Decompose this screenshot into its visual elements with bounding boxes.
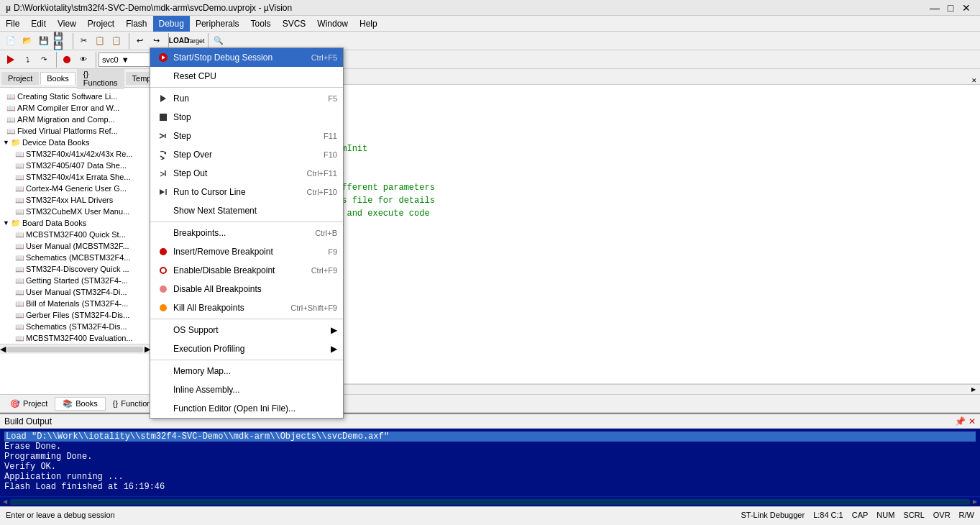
tree-group-board[interactable]: ▼ 📁 Board Data Books	[0, 217, 150, 229]
build-button[interactable]: LOAD	[171, 33, 187, 49]
redo-button[interactable]: ↪	[148, 33, 164, 49]
save-all-button[interactable]: 💾💾	[52, 33, 68, 49]
copy-button[interactable]: 📋	[92, 33, 108, 49]
scroll-left[interactable]: ◀	[0, 344, 6, 354]
menu-item-shortcut: Ctrl+Shift+F9	[290, 303, 337, 312]
list-item[interactable]: 📖 STM32F4xx HAL Drivers	[0, 194, 150, 206]
list-item[interactable]: 📖 Creating Static Software Li...	[0, 91, 150, 102]
list-item[interactable]: 📖 Getting Started (STM32F4-...	[0, 275, 150, 286]
maximize-button[interactable]: □	[943, 0, 958, 16]
book-icon: 📖	[14, 241, 24, 251]
titlebar: µ D:\Work\iotality\stm32f4-SVC-Demo\mdk-…	[0, 0, 980, 16]
menu-debug[interactable]: Debug	[153, 16, 190, 32]
tab-books[interactable]: Books	[40, 72, 75, 85]
menu-item-function-editor[interactable]: Function Editor (Open Ini File)...	[150, 399, 343, 418]
open-button[interactable]: 📂	[19, 33, 35, 49]
menu-item-disable-all-bp[interactable]: Disable All Breakpoints	[150, 280, 343, 298]
menu-item-os-support[interactable]: OS Support ▶	[150, 321, 343, 339]
list-item[interactable]: 📖 Schematics (MCBSTM32F4...	[0, 252, 150, 263]
list-item[interactable]: 📖 Schematics (STM32F4-Dis...	[0, 321, 150, 332]
menu-file[interactable]: File	[0, 16, 25, 32]
list-item[interactable]: 📖 Fixed Virtual Platforms Ref...	[0, 125, 150, 137]
editor-close-button[interactable]: ✕	[968, 77, 980, 84]
os-support-icon	[156, 323, 170, 337]
step-over-button[interactable]: ↷	[36, 52, 52, 68]
book-icon: 📖	[14, 287, 24, 297]
combo-dropdown-icon[interactable]: ▼	[122, 55, 129, 64]
menu-flash[interactable]: Flash	[120, 16, 152, 32]
pin-icon[interactable]: 📌	[955, 416, 966, 426]
tab-functions[interactable]: {} Functions	[77, 69, 124, 89]
list-item[interactable]: 📖 ARM Migration and Comp...	[0, 114, 150, 125]
output-hscroll-track[interactable]	[10, 499, 970, 505]
menu-item-start-stop-debug[interactable]: Start/Stop Debug Session Ctrl+F5	[150, 48, 343, 67]
menu-item-step-out[interactable]: Step Out Ctrl+F11	[150, 164, 343, 183]
menu-project[interactable]: Project	[82, 16, 120, 32]
menu-item-stop[interactable]: Stop	[150, 108, 343, 127]
debug-start-button[interactable]	[3, 52, 19, 68]
watch-button[interactable]: 👁	[75, 52, 91, 68]
close-button[interactable]: ✕	[958, 0, 974, 16]
menu-svcs[interactable]: SVCS	[277, 16, 312, 32]
tree-group-device-data[interactable]: ▼ 📁 Device Data Books	[0, 137, 150, 148]
list-item[interactable]: 📖 STM32CubeMX User Manu...	[0, 206, 150, 217]
menu-window[interactable]: Window	[311, 16, 354, 32]
new-file-button[interactable]: 📄	[3, 33, 19, 49]
menu-item-kill-all-bp[interactable]: Kill All Breakpoints Ctrl+Shift+F9	[150, 298, 343, 317]
build-output-close-icon[interactable]: ✕	[968, 416, 976, 426]
menu-item-step[interactable]: Step F11	[150, 127, 343, 145]
tab-project[interactable]: Project	[1, 72, 39, 85]
tab-templates[interactable]: Templates	[126, 72, 151, 85]
list-item[interactable]: 📖 MCBSTM32F400 Quick St...	[0, 229, 150, 240]
find-button[interactable]: 🔍	[211, 33, 226, 49]
save-button[interactable]: 💾	[36, 33, 52, 49]
list-item[interactable]: 📖 Gerber Files (STM32F4-Dis...	[0, 309, 150, 321]
breakpoint-button[interactable]	[59, 52, 75, 68]
bottom-tab-project[interactable]: 🎯 Project	[3, 398, 55, 410]
menu-tools[interactable]: Tools	[245, 16, 277, 32]
output-hscrollbar[interactable]: ◀ ▶	[0, 496, 980, 506]
paste-button[interactable]: 📋	[109, 33, 124, 49]
step-button[interactable]: ⤵	[19, 52, 35, 68]
menu-view[interactable]: View	[52, 16, 82, 32]
menu-edit[interactable]: Edit	[25, 16, 52, 32]
project-tab-icon: 🎯	[10, 399, 20, 408]
list-item[interactable]: 📖 User Manual (STM32F4-Di...	[0, 286, 150, 298]
menu-help[interactable]: Help	[354, 16, 383, 32]
menu-item-enable-disable-bp[interactable]: Enable/Disable Breakpoint Ctrl+F9	[150, 261, 343, 280]
cut-button[interactable]: ✂	[75, 33, 91, 49]
hscroll-right-btn[interactable]: ▶	[968, 386, 979, 393]
minimize-button[interactable]: —	[927, 0, 943, 16]
list-item[interactable]: 📖 STM32F4-Discovery Quick ...	[0, 263, 150, 275]
list-item[interactable]: 📖 ARM Compiler Error and W...	[0, 102, 150, 114]
menu-item-run-to-cursor[interactable]: Run to Cursor Line Ctrl+F10	[150, 183, 343, 201]
list-item[interactable]: 📖 STM32F405/407 Data She...	[0, 160, 150, 171]
menu-item-reset-cpu[interactable]: Reset CPU	[150, 67, 343, 86]
left-panel-tabs: Project Books {} Functions Templates	[0, 69, 150, 88]
tree-scrollbar[interactable]: ◀ ▶	[0, 344, 150, 354]
target-button[interactable]: Target	[188, 33, 203, 49]
undo-button[interactable]: ↩	[132, 33, 147, 49]
menu-item-inline-assembly[interactable]: Inline Assembly...	[150, 380, 343, 399]
menu-item-memory-map[interactable]: Memory Map...	[150, 362, 343, 380]
list-item[interactable]: 📖 Bill of Materials (STM32F4-...	[0, 298, 150, 309]
book-icon: 📖	[6, 91, 16, 101]
menu-item-show-next[interactable]: Show Next Statement	[150, 201, 343, 220]
list-item[interactable]: 📖 STM32F40x/41x/42x/43x Re...	[0, 148, 150, 160]
scroll-thumb[interactable]	[7, 347, 143, 352]
list-item[interactable]: 📖 STM32F40x/41x Errata She...	[0, 171, 150, 183]
bottom-tab-books[interactable]: 📚 Books	[55, 397, 106, 411]
menu-item-breakpoints[interactable]: Breakpoints... Ctrl+B	[150, 224, 343, 242]
menu-peripherals[interactable]: Peripherals	[190, 16, 245, 32]
svg-marker-8	[160, 189, 165, 195]
target-combo-value: svc0	[102, 55, 119, 64]
menu-item-insert-remove-bp[interactable]: Insert/Remove Breakpoint F9	[150, 242, 343, 261]
output-hscroll-left[interactable]: ◀	[0, 498, 10, 505]
list-item[interactable]: 📖 Cortex-M4 Generic User G...	[0, 183, 150, 194]
menu-item-step-over[interactable]: Step Over F10	[150, 145, 343, 164]
list-item[interactable]: 📖 MCBSTM32F400 Evaluation...	[0, 332, 150, 344]
list-item[interactable]: 📖 User Manual (MCBSTM32F...	[0, 240, 150, 252]
menu-item-run[interactable]: Run F5	[150, 89, 343, 108]
output-hscroll-right[interactable]: ▶	[970, 498, 980, 505]
menu-item-exec-profiling[interactable]: Execution Profiling ▶	[150, 339, 343, 358]
